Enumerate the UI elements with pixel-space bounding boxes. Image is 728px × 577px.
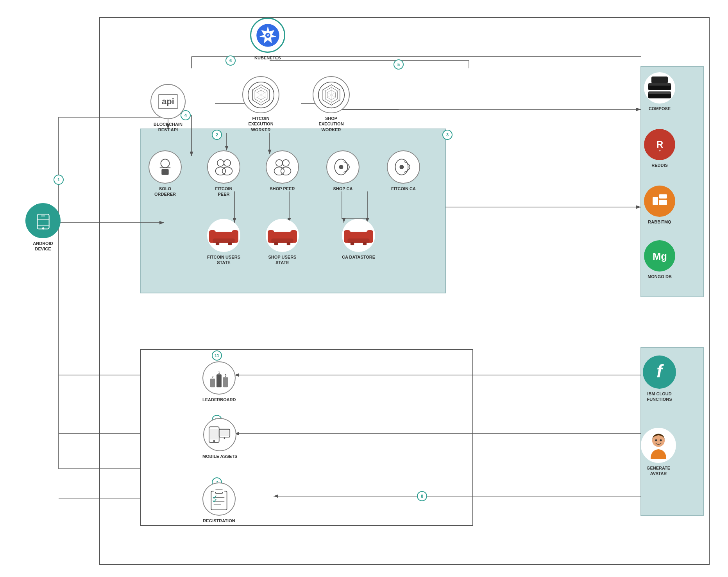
svg-rect-118: [648, 83, 671, 86]
mongodb-node: Mg MONGO DB: [644, 240, 675, 279]
svg-point-131: [660, 439, 662, 441]
svg-point-84: [161, 159, 170, 168]
svg-point-42: [212, 130, 222, 139]
svg-text:⚙: ⚙: [267, 34, 269, 37]
blockchain-api-node: api BLOCKCHAIN REST API: [150, 84, 186, 133]
redis-node: R + REDDIS: [644, 129, 675, 168]
svg-point-91: [275, 160, 282, 166]
svg-text:2: 2: [212, 375, 214, 379]
svg-point-143: [224, 438, 225, 439]
svg-rect-114: [347, 238, 369, 243]
fitcoin-state-node: FITCOIN USERS STATE: [207, 219, 240, 266]
svg-point-50: [226, 56, 235, 65]
svg-rect-69: [41, 215, 45, 216]
svg-rect-125: [659, 194, 667, 198]
solo-orderer-node: SOLO ORDERER: [148, 150, 182, 197]
svg-text:2: 2: [216, 132, 218, 137]
svg-point-40: [54, 175, 63, 184]
svg-text:5: 5: [397, 62, 400, 67]
svg-rect-142: [220, 431, 229, 436]
fitcoin-peer-node: FITCOIN PEER: [207, 150, 240, 197]
svg-text:3: 3: [225, 373, 227, 377]
shop-ca-node: SHOP CA: [326, 150, 360, 191]
fitcoin-ca-node: FITCOIN CA: [387, 150, 420, 191]
svg-point-94: [281, 167, 291, 175]
android-node: ANDROID DEVICE: [25, 203, 61, 252]
svg-text:8: 8: [421, 494, 423, 498]
diagram-container: { "title": "Architecture Diagram", "node…: [0, 0, 728, 577]
svg-rect-103: [216, 242, 219, 245]
svg-rect-108: [271, 238, 293, 243]
svg-point-90: [222, 167, 232, 175]
svg-rect-139: [210, 429, 218, 440]
kubernetes-node: ⚙ KUBENETES: [250, 18, 285, 61]
shop-peer-node: SHOP PEER: [266, 150, 299, 191]
svg-rect-6: [141, 350, 473, 525]
shop-state-node: SHOP USERS STATE: [266, 219, 299, 266]
registration-node: REGISTRATION: [202, 482, 236, 523]
svg-rect-115: [351, 242, 354, 245]
fitcoin-worker-node: FITCOIN EXECUTION WORKER: [242, 76, 279, 132]
svg-point-58: [212, 351, 222, 360]
svg-text:f: f: [656, 361, 664, 381]
svg-rect-109: [274, 242, 278, 245]
svg-rect-132: [210, 379, 215, 387]
svg-text:6: 6: [229, 58, 232, 63]
svg-point-68: [42, 227, 44, 230]
svg-point-98: [399, 165, 404, 169]
svg-rect-65: [37, 214, 49, 229]
svg-text:3: 3: [446, 132, 449, 137]
svg-point-48: [394, 60, 403, 69]
svg-rect-104: [228, 242, 232, 245]
svg-rect-110: [287, 242, 290, 245]
svg-rect-126: [659, 200, 667, 205]
svg-text:R: R: [656, 139, 663, 149]
svg-rect-134: [223, 377, 228, 388]
generate-avatar-node: GENERATE AVATAR: [641, 428, 676, 477]
svg-point-87: [217, 160, 224, 166]
svg-point-92: [283, 160, 289, 166]
svg-rect-124: [653, 197, 658, 205]
svg-rect-120: [648, 91, 671, 94]
ca-datastore-node: CA DATASTORE: [342, 219, 375, 260]
svg-text:11: 11: [215, 353, 219, 358]
compose-node: COMPOSE: [644, 72, 675, 111]
svg-rect-102: [213, 238, 234, 243]
svg-point-140: [213, 440, 215, 442]
svg-text:+: +: [658, 148, 660, 152]
leaderboard-node: 2 1 3 LEADERBOARD: [202, 361, 236, 402]
svg-point-96: [339, 165, 343, 169]
svg-point-44: [443, 130, 452, 139]
shop-worker-node: SHOP EXECUTION WORKER: [313, 76, 350, 132]
ibm-functions-node: f IBM CLOUD FUNCTIONS: [643, 355, 676, 402]
svg-rect-116: [363, 242, 367, 245]
svg-rect-133: [216, 374, 222, 387]
svg-rect-146: [214, 489, 225, 492]
svg-text:1: 1: [218, 371, 220, 375]
svg-point-88: [224, 160, 231, 166]
svg-rect-121: [651, 77, 668, 84]
svg-text:1: 1: [57, 177, 60, 182]
rabbitmq-node: RABBITMQ: [644, 186, 675, 225]
mobile-assets-node: MOBILE ASSETS: [202, 418, 237, 459]
svg-rect-86: [161, 169, 168, 175]
svg-rect-144: [211, 491, 227, 510]
svg-point-54: [417, 491, 427, 501]
svg-text:Mg: Mg: [652, 250, 667, 261]
svg-point-130: [655, 439, 657, 441]
svg-rect-2: [100, 18, 709, 564]
